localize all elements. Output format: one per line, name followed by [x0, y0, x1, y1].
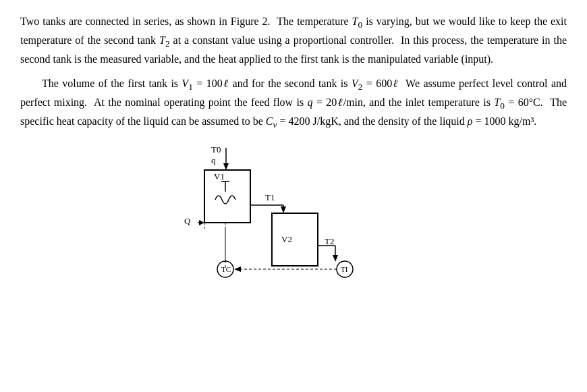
- svg-marker-10: [199, 220, 204, 225]
- svg-marker-7: [281, 206, 286, 213]
- T1-label: T1: [265, 192, 275, 202]
- paragraph-1: Two tanks are connected in series, as sh…: [20, 13, 567, 67]
- q-label: q: [211, 155, 216, 165]
- svg-rect-8: [272, 213, 318, 266]
- TC-label: TC: [221, 265, 231, 273]
- diagram-container: T0 q V1 T1: [20, 144, 567, 286]
- TI-label: TI: [341, 265, 348, 273]
- T2-label: T2: [325, 236, 334, 246]
- Q-label: Q: [184, 216, 191, 226]
- svg-marker-18: [234, 267, 241, 272]
- T0-label: T0: [211, 144, 221, 155]
- svg-marker-1: [223, 163, 229, 170]
- mixer-symbol: [215, 181, 235, 204]
- paragraph-2: The volume of the first tank is V1 = 100…: [20, 76, 567, 132]
- svg-marker-16: [333, 255, 338, 262]
- V2-label: V2: [281, 234, 292, 244]
- V1-label: V1: [214, 171, 225, 181]
- svg-rect-2: [204, 170, 250, 223]
- process-diagram: T0 q V1 T1: [165, 144, 422, 286]
